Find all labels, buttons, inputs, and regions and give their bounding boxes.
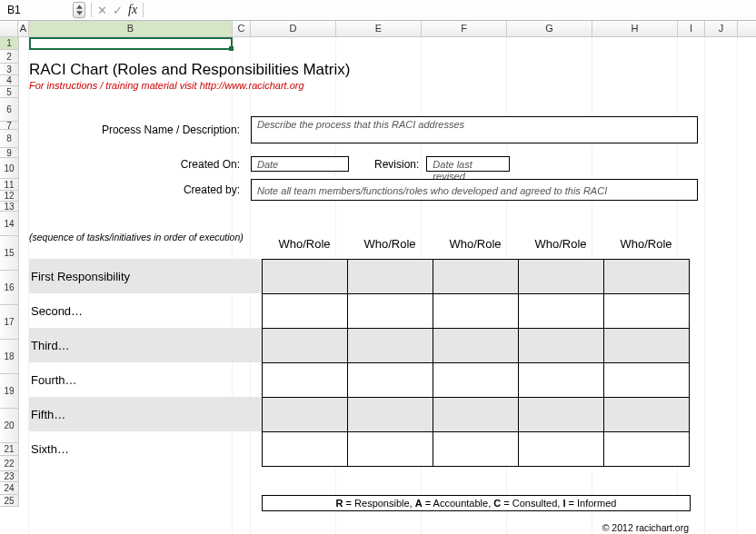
row-header-2[interactable]: 2 (0, 50, 18, 64)
matrix-cell-1-1[interactable] (348, 294, 433, 329)
matrix-cell-4-1[interactable] (348, 398, 433, 432)
column-header-H[interactable]: H (592, 21, 678, 36)
column-headers: ABCDEFGHIJ (0, 21, 756, 37)
column-header-I[interactable]: I (678, 21, 705, 36)
matrix-cell-5-0[interactable] (263, 432, 348, 467)
legend: R = Responsible, A = Accountable, C = Co… (262, 495, 691, 511)
matrix-cell-3-2[interactable] (433, 363, 519, 398)
row-header-13[interactable]: 13 (0, 202, 18, 212)
copyright: © 2012 racichart.org (29, 522, 689, 533)
matrix-cell-0-1[interactable] (348, 260, 433, 294)
matrix-cell-0-2[interactable] (433, 260, 519, 294)
accept-formula-icon[interactable]: ✓ (113, 5, 123, 16)
matrix-cell-0-3[interactable] (519, 260, 604, 294)
row-header-4[interactable]: 4 (0, 75, 18, 86)
matrix-cell-1-4[interactable] (604, 294, 690, 329)
revision-field[interactable]: Date last revised (426, 156, 510, 172)
row-header-14[interactable]: 14 (0, 212, 18, 236)
role-header-1[interactable]: Who/Role (347, 237, 433, 251)
row-header-23[interactable]: 23 (0, 471, 18, 482)
task-label-0[interactable]: First Responsibility (29, 259, 262, 293)
matrix-cell-5-4[interactable] (604, 432, 690, 467)
task-label-4[interactable]: Fifth… (29, 397, 262, 431)
fx-label: fx (128, 3, 137, 17)
task-label-1[interactable]: Second… (29, 293, 262, 328)
matrix-cell-0-4[interactable] (604, 260, 690, 294)
row-header-8[interactable]: 8 (0, 130, 18, 148)
row-header-16[interactable]: 16 (0, 271, 18, 305)
column-header-E[interactable]: E (336, 21, 422, 36)
stepper-up-icon[interactable] (74, 4, 85, 10)
column-header-B[interactable]: B (29, 21, 233, 36)
matrix-cell-2-0[interactable] (263, 329, 348, 363)
matrix-cell-2-4[interactable] (604, 329, 690, 363)
matrix-cell-3-4[interactable] (604, 363, 690, 398)
matrix-cell-2-1[interactable] (348, 329, 433, 363)
cancel-formula-icon[interactable]: ✕ (97, 5, 107, 16)
matrix-cell-1-2[interactable] (433, 294, 519, 329)
name-box-input[interactable] (4, 2, 67, 18)
row-header-25[interactable]: 25 (0, 495, 18, 507)
sequence-note: (sequence of tasks/initiatives in order … (29, 232, 251, 242)
row-header-9[interactable]: 9 (0, 148, 18, 158)
process-name-label: Process Name / Description: (29, 124, 251, 136)
matrix-cell-4-4[interactable] (604, 398, 690, 432)
row-header-3[interactable]: 3 (0, 64, 18, 75)
row-header-10[interactable]: 10 (0, 158, 18, 179)
matrix-cell-2-3[interactable] (519, 329, 604, 363)
matrix-cell-4-0[interactable] (263, 398, 348, 432)
role-header-4[interactable]: Who/Role (603, 237, 689, 251)
row-header-7[interactable]: 7 (0, 122, 18, 130)
row-header-19[interactable]: 19 (0, 374, 18, 409)
row-header-5[interactable]: 5 (0, 86, 18, 98)
matrix-cell-3-3[interactable] (519, 363, 604, 398)
column-header-D[interactable]: D (251, 21, 336, 36)
matrix-cell-1-0[interactable] (263, 294, 348, 329)
task-label-5[interactable]: Sixth… (29, 431, 262, 466)
column-header-G[interactable]: G (507, 21, 592, 36)
select-all-corner[interactable] (0, 21, 18, 36)
matrix-cell-5-3[interactable] (519, 432, 604, 467)
matrix-cell-2-2[interactable] (433, 329, 519, 363)
stepper-down-icon[interactable] (74, 10, 85, 16)
row-header-15[interactable]: 15 (0, 236, 18, 271)
column-header-F[interactable]: F (422, 21, 507, 36)
formula-input[interactable] (149, 2, 752, 18)
row-header-18[interactable]: 18 (0, 340, 18, 374)
matrix-cell-5-1[interactable] (348, 432, 433, 467)
task-label-3[interactable]: Fourth… (29, 362, 262, 397)
column-header-J[interactable]: J (705, 21, 738, 36)
row-header-24[interactable]: 24 (0, 482, 18, 495)
page-title: RACI Chart (Roles and Responsibilities M… (29, 61, 720, 79)
grid-body[interactable]: RACI Chart (Roles and Responsibilities M… (18, 37, 756, 534)
matrix-cell-4-2[interactable] (433, 398, 519, 432)
row-header-11[interactable]: 11 (0, 179, 18, 191)
process-name-field[interactable]: Describe the process that this RACI addr… (251, 116, 698, 143)
row-header-17[interactable]: 17 (0, 305, 18, 340)
role-header-0[interactable]: Who/Role (262, 237, 347, 251)
row-header-1[interactable]: 1 (0, 37, 18, 50)
matrix-cell-1-3[interactable] (519, 294, 604, 329)
name-box-stepper[interactable] (73, 2, 85, 18)
column-header-C[interactable]: C (233, 21, 251, 36)
matrix-cell-0-0[interactable] (263, 260, 348, 294)
matrix-table[interactable] (262, 259, 690, 467)
matrix-cell-3-1[interactable] (348, 363, 433, 398)
task-label-2[interactable]: Third… (29, 328, 262, 362)
matrix-cell-5-2[interactable] (433, 432, 519, 467)
row-header-20[interactable]: 20 (0, 409, 18, 443)
formula-bar: ✕ ✓ fx (0, 0, 756, 21)
row-header-21[interactable]: 21 (0, 443, 18, 456)
role-header-3[interactable]: Who/Role (518, 237, 603, 251)
column-header-A[interactable]: A (18, 21, 29, 36)
subtitle-link[interactable]: For instructions / training material vis… (29, 80, 720, 91)
row-header-6[interactable]: 6 (0, 98, 18, 122)
created-on-field[interactable]: Date (251, 156, 349, 172)
row-header-12[interactable]: 12 (0, 191, 18, 202)
matrix-cell-4-3[interactable] (519, 398, 604, 432)
created-by-field[interactable]: Note all team members/functions/roles wh… (251, 179, 698, 201)
row-header-22[interactable]: 22 (0, 456, 18, 471)
divider (143, 3, 144, 17)
matrix-cell-3-0[interactable] (263, 363, 348, 398)
role-header-2[interactable]: Who/Role (433, 237, 518, 251)
